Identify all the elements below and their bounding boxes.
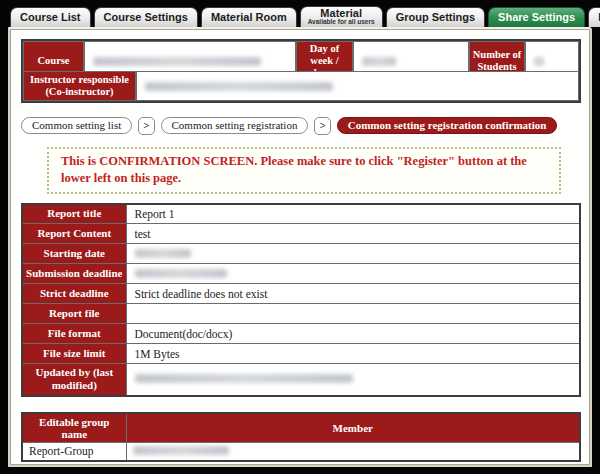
- table-row: Report-Group: [22, 442, 580, 461]
- tab-material-sublabel: Available for all users: [308, 19, 375, 26]
- redacted-course-value: [93, 57, 261, 66]
- tab-material-room[interactable]: Material Room: [201, 7, 297, 27]
- tab-past-data[interactable]: Past Data: [588, 7, 600, 27]
- starting-date-label: Starting date: [22, 244, 126, 264]
- redacted-submission-deadline: [135, 269, 227, 278]
- updated-by-value: [126, 364, 580, 396]
- table-row: File format Document(doc/docx): [22, 324, 580, 344]
- editable-group-table: Editable group name Member Report-Group: [21, 412, 581, 463]
- redacted-day-value: [362, 57, 396, 66]
- file-format-label: File format: [22, 324, 126, 344]
- report-settings-table: Report title Report 1 Report Content tes…: [21, 203, 581, 397]
- group-name-value: Report-Group: [22, 442, 126, 461]
- app-window: Course List Course Settings Material Roo…: [0, 0, 600, 474]
- breadcrumb-separator-icon: >: [314, 117, 330, 135]
- report-file-value: [126, 304, 580, 324]
- tab-course-list[interactable]: Course List: [10, 7, 91, 27]
- table-row: Strict deadline Strict deadline does not…: [22, 284, 580, 304]
- confirmation-message: This is CONFIRMATION SCREEN. Please make…: [47, 147, 561, 194]
- member-header: Member: [126, 413, 580, 443]
- file-size-limit-value: 1M Bytes: [126, 344, 580, 364]
- table-row: Report title Report 1: [22, 204, 580, 224]
- editable-group-name-header: Editable group name: [22, 413, 126, 443]
- tab-share-settings[interactable]: Share Settings: [488, 7, 585, 27]
- report-content-value: test: [126, 224, 580, 244]
- tab-material-label: Material: [320, 7, 362, 19]
- course-info-row-2: Instructor responsible (Co-instructor): [23, 71, 579, 101]
- course-info-row-1: Course Day of week / hour Number of Stud…: [23, 41, 579, 71]
- content-panel: Course Day of week / hour Number of Stud…: [8, 27, 592, 467]
- strict-deadline-value: Strict deadline does not exist: [126, 284, 580, 304]
- report-file-label: Report file: [22, 304, 126, 324]
- strict-deadline-label: Strict deadline: [22, 284, 126, 304]
- member-value: [126, 442, 580, 461]
- breadcrumb-separator-icon: >: [138, 117, 154, 135]
- redacted-students-value: [534, 57, 544, 66]
- updated-by-label: Updated by (last modified): [22, 364, 126, 396]
- tab-material-all-users[interactable]: Material Available for all users: [300, 6, 383, 27]
- redacted-updated-by: [135, 374, 353, 383]
- report-content-label: Report Content: [22, 224, 126, 244]
- breadcrumb-item-common-setting-registration[interactable]: Common setting registration: [161, 117, 309, 134]
- instructor-value: [136, 71, 579, 101]
- table-row: Starting date: [22, 244, 580, 264]
- tab-group-settings[interactable]: Group Settings: [386, 7, 485, 27]
- file-size-limit-label: File size limit: [22, 344, 126, 364]
- table-row: Submission deadline: [22, 264, 580, 284]
- submission-deadline-label: Submission deadline: [22, 264, 126, 284]
- course-info-table: Course Day of week / hour Number of Stud…: [21, 39, 581, 103]
- tab-course-settings[interactable]: Course Settings: [94, 7, 198, 27]
- table-row: Report Content test: [22, 224, 580, 244]
- table-row: Updated by (last modified): [22, 364, 580, 396]
- table-row: File size limit 1M Bytes: [22, 344, 580, 364]
- table-header-row: Editable group name Member: [22, 413, 580, 443]
- tab-bar: Course List Course Settings Material Roo…: [0, 0, 600, 27]
- redacted-member: [133, 446, 229, 455]
- table-row: Report file: [22, 304, 580, 324]
- breadcrumb-item-registration-confirmation: Common setting registration confirmation: [337, 117, 558, 134]
- report-title-value: Report 1: [126, 204, 580, 224]
- report-title-label: Report title: [22, 204, 126, 224]
- breadcrumb-item-common-setting-list[interactable]: Common setting list: [21, 117, 132, 134]
- file-format-value: Document(doc/docx): [126, 324, 580, 344]
- redacted-starting-date: [135, 249, 191, 258]
- redacted-instructor-value: [145, 82, 333, 91]
- instructor-label: Instructor responsible (Co-instructor): [23, 71, 136, 101]
- starting-date-value: [126, 244, 580, 264]
- submission-deadline-value: [126, 264, 580, 284]
- breadcrumb: Common setting list > Common setting reg…: [21, 116, 579, 135]
